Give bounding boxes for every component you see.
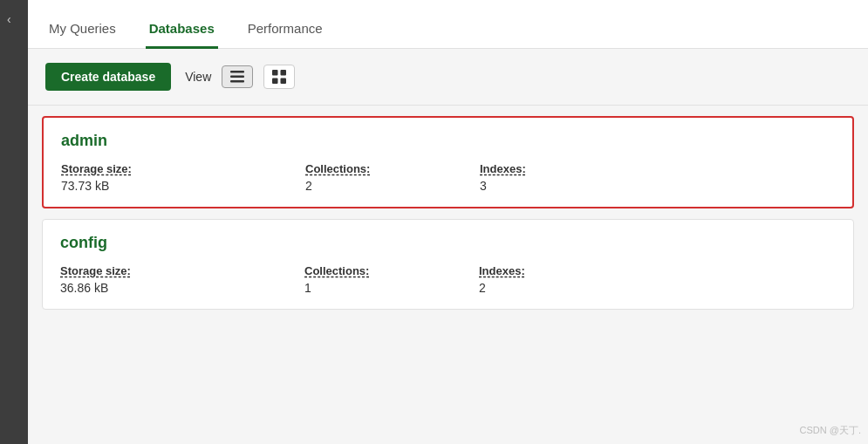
database-list: admin Storage size: 73.73 kB Collections… bbox=[28, 106, 868, 444]
collections-label-config: Collections: bbox=[304, 264, 479, 277]
storage-value-config: 36.86 kB bbox=[60, 281, 304, 295]
storage-label-config: Storage size: bbox=[60, 264, 304, 277]
svg-rect-3 bbox=[272, 70, 278, 76]
database-name-config[interactable]: config bbox=[60, 234, 836, 252]
collections-value-config: 1 bbox=[304, 281, 479, 295]
list-icon bbox=[230, 71, 244, 83]
indexes-stat-admin: Indexes: 3 bbox=[480, 162, 654, 193]
indexes-value-admin: 3 bbox=[480, 179, 654, 193]
storage-stat-config: Storage size: 36.86 kB bbox=[60, 264, 304, 295]
grid-view-button[interactable] bbox=[263, 65, 295, 89]
database-stats-admin: Storage size: 73.73 kB Collections: 2 In… bbox=[61, 162, 835, 193]
tab-bar: My Queries Databases Performance bbox=[28, 0, 868, 49]
svg-rect-1 bbox=[230, 76, 244, 79]
tab-databases[interactable]: Databases bbox=[146, 7, 218, 49]
database-name-admin[interactable]: admin bbox=[61, 132, 835, 150]
tab-my-queries[interactable]: My Queries bbox=[45, 7, 120, 49]
collections-stat-config: Collections: 1 bbox=[304, 264, 479, 295]
database-stats-config: Storage size: 36.86 kB Collections: 1 In… bbox=[60, 264, 836, 295]
indexes-label-config: Indexes: bbox=[479, 264, 653, 277]
collections-value-admin: 2 bbox=[305, 179, 480, 193]
indexes-stat-config: Indexes: 2 bbox=[479, 264, 653, 295]
svg-rect-6 bbox=[281, 79, 287, 85]
svg-rect-4 bbox=[281, 70, 287, 76]
left-sidebar: ‹ bbox=[0, 0, 28, 444]
indexes-value-config: 2 bbox=[479, 281, 653, 295]
create-database-button[interactable]: Create database bbox=[45, 63, 171, 91]
collapse-icon[interactable]: ‹ bbox=[0, 9, 18, 30]
collections-label-admin: Collections: bbox=[305, 162, 480, 175]
storage-value-admin: 73.73 kB bbox=[61, 179, 305, 193]
tab-performance[interactable]: Performance bbox=[244, 7, 326, 49]
storage-stat-admin: Storage size: 73.73 kB bbox=[61, 162, 305, 193]
grid-icon bbox=[272, 70, 286, 84]
svg-rect-5 bbox=[272, 79, 278, 85]
storage-label-admin: Storage size: bbox=[61, 162, 305, 175]
watermark: CSDN @天丁. bbox=[800, 424, 861, 437]
list-view-button[interactable] bbox=[222, 65, 253, 88]
database-card-config: config Storage size: 36.86 kB Collection… bbox=[42, 219, 854, 310]
collections-stat-admin: Collections: 2 bbox=[305, 162, 480, 193]
toolbar: Create database View bbox=[28, 49, 868, 106]
main-content: My Queries Databases Performance Create … bbox=[28, 0, 868, 444]
indexes-label-admin: Indexes: bbox=[480, 162, 654, 175]
svg-rect-2 bbox=[230, 80, 244, 83]
view-label: View bbox=[185, 70, 211, 84]
database-card-admin: admin Storage size: 73.73 kB Collections… bbox=[42, 116, 854, 208]
svg-rect-0 bbox=[230, 71, 244, 73]
